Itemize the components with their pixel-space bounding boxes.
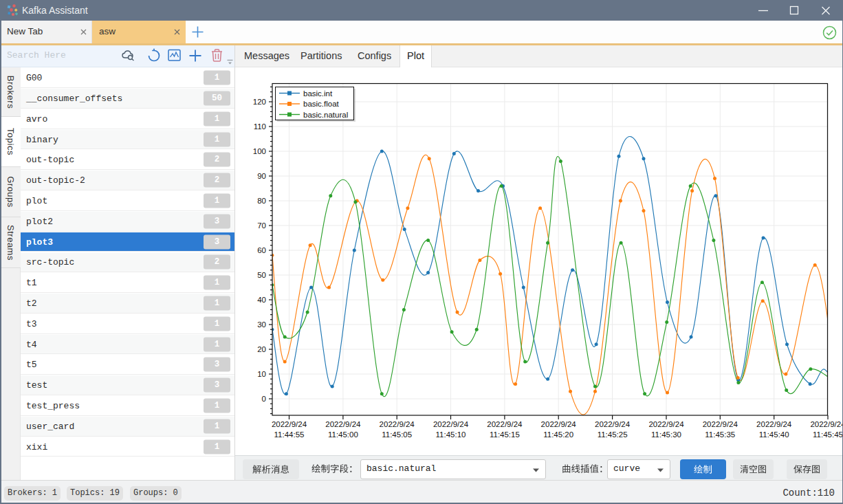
svg-text:basic.int: basic.int [303, 89, 333, 98]
svg-text:2022/9/24: 2022/9/24 [703, 420, 738, 428]
svg-text:40: 40 [257, 296, 266, 304]
svg-text:0: 0 [262, 395, 266, 403]
svg-text:11:44:55: 11:44:55 [274, 430, 305, 439]
svg-text:90: 90 [257, 172, 266, 180]
svg-text:2022/9/24: 2022/9/24 [595, 420, 631, 428]
svg-text:60: 60 [257, 246, 266, 254]
svg-text:11:45:00: 11:45:00 [328, 430, 358, 439]
svg-text:30: 30 [257, 320, 266, 329]
svg-text:2022/9/24: 2022/9/24 [272, 420, 307, 428]
svg-text:2022/9/24: 2022/9/24 [541, 420, 577, 428]
svg-text:11:45:45: 11:45:45 [813, 430, 843, 439]
svg-text:110: 110 [254, 122, 266, 131]
svg-text:11:45:35: 11:45:35 [705, 430, 735, 439]
svg-text:120: 120 [253, 98, 266, 106]
svg-text:basic.float: basic.float [303, 100, 340, 108]
svg-text:basic.natural: basic.natural [303, 111, 348, 119]
svg-text:10: 10 [257, 370, 266, 378]
svg-text:2022/9/24: 2022/9/24 [810, 420, 843, 428]
svg-text:11:45:15: 11:45:15 [490, 430, 520, 439]
svg-text:2022/9/24: 2022/9/24 [380, 420, 415, 428]
svg-text:2022/9/24: 2022/9/24 [648, 420, 684, 428]
svg-text:11:45:05: 11:45:05 [382, 430, 412, 439]
svg-text:50: 50 [257, 271, 266, 279]
svg-text:2022/9/24: 2022/9/24 [487, 420, 523, 428]
svg-text:2022/9/24: 2022/9/24 [433, 420, 469, 428]
svg-text:11:45:40: 11:45:40 [759, 430, 789, 439]
svg-text:70: 70 [257, 221, 266, 230]
svg-text:20: 20 [257, 345, 266, 353]
svg-text:11:45:20: 11:45:20 [543, 430, 573, 439]
svg-text:80: 80 [257, 197, 266, 205]
svg-text:11:45:10: 11:45:10 [436, 430, 466, 439]
svg-text:100: 100 [253, 147, 266, 155]
svg-text:11:45:25: 11:45:25 [598, 430, 628, 439]
svg-text:11:45:30: 11:45:30 [651, 430, 681, 439]
svg-text:2022/9/24: 2022/9/24 [756, 420, 792, 428]
svg-text:2022/9/24: 2022/9/24 [325, 420, 361, 428]
